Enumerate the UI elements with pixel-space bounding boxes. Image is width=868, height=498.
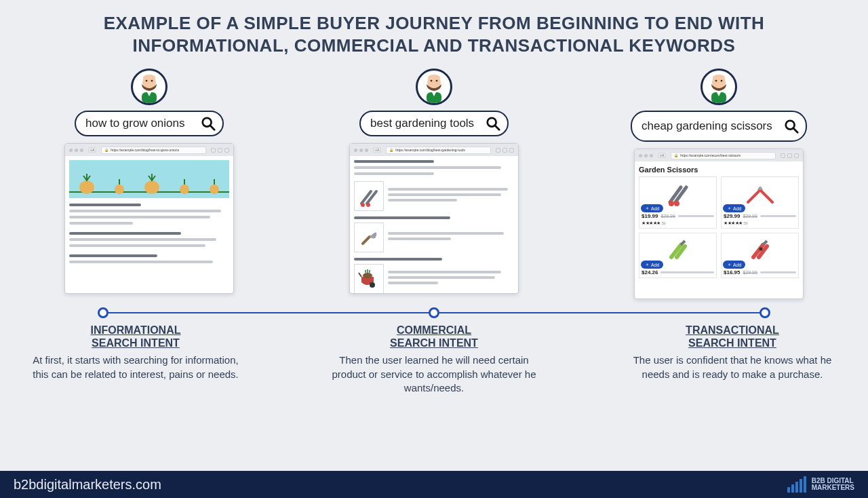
product-card[interactable]: ＋Add $29.99$39.99 ★★★★★59 [721, 176, 799, 229]
search-text: how to grow onions [85, 117, 184, 130]
browser-controls [781, 153, 799, 158]
avatar [416, 69, 452, 105]
old-price: $29.99 [660, 214, 675, 218]
captions-row: INFORMATIONALSEARCH INTENT At first, it … [0, 320, 868, 395]
svg-point-27 [713, 75, 725, 80]
search-pill[interactable]: best gardening tools [359, 111, 509, 136]
svg-point-3 [151, 80, 153, 82]
timeline-node [98, 307, 108, 318]
avatar [131, 69, 167, 105]
rating: ★★★★★59 [724, 221, 796, 226]
hero-image [69, 160, 229, 198]
caption-informational: INFORMATIONALSEARCH INTENT At first, it … [27, 324, 244, 395]
svg-point-2 [146, 80, 148, 82]
stages-row: how to grow onions +A 🔒 https://example.… [0, 62, 868, 299]
browser-bar: +A 🔒 https://example.com/blog/best-garde… [350, 144, 518, 156]
price: $29.99 [724, 213, 740, 219]
footer-domain: b2bdigitalmarketers.com [14, 477, 161, 493]
stage-transactional: cheap gardening scissors +A 🔒 https://ex… [597, 69, 841, 299]
svg-line-18 [495, 126, 499, 130]
price: $16.95 [724, 269, 740, 275]
search-pill[interactable]: cheap gardening scissors [631, 111, 807, 142]
avatar [701, 69, 737, 105]
url-text: https://example.com/ecom/best-scissors [680, 153, 741, 157]
plus-icon: ＋ [645, 261, 650, 268]
svg-point-22 [363, 273, 372, 278]
persona-icon [418, 72, 450, 103]
svg-point-4 [143, 75, 155, 80]
add-button[interactable]: ＋Add [723, 204, 745, 212]
svg-point-30 [669, 201, 674, 206]
caption-commercial: COMMERCIALSEARCH INTENT Then the user le… [326, 324, 542, 395]
search-icon [486, 116, 500, 131]
timeline-node [760, 307, 770, 318]
browser-mock: +A 🔒 https://example.com/blog/how-to-gro… [64, 143, 234, 294]
price: $24.26 [642, 269, 658, 275]
product-card[interactable]: ＋Add $16.95$29.99 [721, 233, 799, 278]
search-icon [784, 119, 799, 134]
plus-icon: ＋ [727, 205, 732, 212]
lock-icon: 🔒 [104, 148, 108, 152]
plus-icon: ＋ [645, 205, 650, 212]
add-button[interactable]: ＋Add [641, 261, 663, 269]
caption-desc: At first, it starts with searching for i… [27, 353, 244, 381]
caption-desc: Then the user learned he will need certa… [326, 353, 542, 395]
address-bar[interactable]: 🔒 https://example.com/blog/best-gardenin… [386, 147, 491, 154]
svg-point-19 [361, 203, 365, 207]
browser-bar: +A 🔒 https://example.com/ecom/best-sciss… [635, 149, 803, 161]
caption-desc: The user is confident that he knows what… [624, 353, 841, 381]
svg-point-21 [370, 282, 375, 288]
caption-transactional: TRANSACTIONALSEARCH INTENT The user is c… [624, 324, 841, 395]
url-text: https://example.com/blog/best-gardening-… [395, 148, 465, 152]
caption-heading: INFORMATIONALSEARCH INTENT [27, 324, 244, 349]
search-text: cheap gardening scissors [642, 120, 772, 132]
add-button[interactable]: ＋Add [641, 204, 663, 212]
svg-point-8 [115, 185, 124, 194]
rating: ★★★★★59 [642, 221, 714, 226]
footer-logo: B2B DIGITAL MARKETERS [787, 476, 854, 493]
address-bar[interactable]: 🔒 https://example.com/blog/how-to-grow-o… [101, 147, 206, 154]
search-icon [201, 116, 216, 131]
footer: b2bdigitalmarketers.com B2B DIGITAL MARK… [0, 471, 868, 498]
product-card[interactable]: ＋Add $24.26 [639, 233, 717, 278]
svg-point-25 [715, 80, 717, 82]
browser-controls [211, 148, 229, 153]
caption-heading: TRANSACTIONALSEARCH INTENT [624, 324, 841, 349]
list-item [354, 181, 514, 211]
persona-icon [134, 72, 165, 103]
browser-mock: +A 🔒 https://example.com/blog/best-garde… [349, 143, 519, 294]
add-button[interactable]: ＋Add [723, 261, 745, 269]
svg-point-14 [431, 80, 433, 82]
logo-bars-icon [787, 476, 806, 493]
timeline [41, 306, 827, 320]
product-card[interactable]: ＋Add $19.99$29.99 ★★★★★59 [639, 176, 717, 229]
article-body [65, 156, 233, 293]
address-bar[interactable]: 🔒 https://example.com/ecom/best-scissors [671, 152, 776, 159]
list-item [354, 264, 514, 293]
svg-point-10 [180, 185, 189, 194]
list-item [354, 223, 514, 252]
timeline-node [429, 307, 439, 318]
svg-point-32 [759, 248, 762, 251]
persona-icon [703, 72, 734, 103]
svg-point-15 [436, 80, 438, 82]
stage-commercial: best gardening tools +A 🔒 https://exampl… [312, 69, 556, 299]
svg-line-29 [793, 128, 797, 132]
price: $19.99 [642, 213, 658, 219]
lock-icon: 🔒 [389, 148, 393, 152]
search-pill[interactable]: how to grow onions [75, 111, 224, 136]
svg-point-31 [674, 201, 679, 206]
svg-point-20 [366, 203, 370, 207]
plus-icon: ＋ [727, 261, 732, 268]
svg-point-11 [210, 185, 219, 194]
list-body [350, 156, 518, 293]
svg-line-6 [210, 126, 214, 130]
old-price: $39.99 [743, 214, 757, 218]
thumb-trowel-icon [354, 223, 384, 252]
url-text: https://example.com/blog/how-to-grow-oni… [111, 148, 179, 152]
lock-icon: 🔒 [674, 153, 678, 157]
stage-informational: how to grow onions +A 🔒 https://example.… [27, 69, 271, 299]
thumb-wheelbarrow-icon [354, 264, 384, 293]
browser-mock: +A 🔒 https://example.com/ecom/best-sciss… [634, 149, 804, 299]
browser-bar: +A 🔒 https://example.com/blog/how-to-gro… [65, 144, 233, 156]
